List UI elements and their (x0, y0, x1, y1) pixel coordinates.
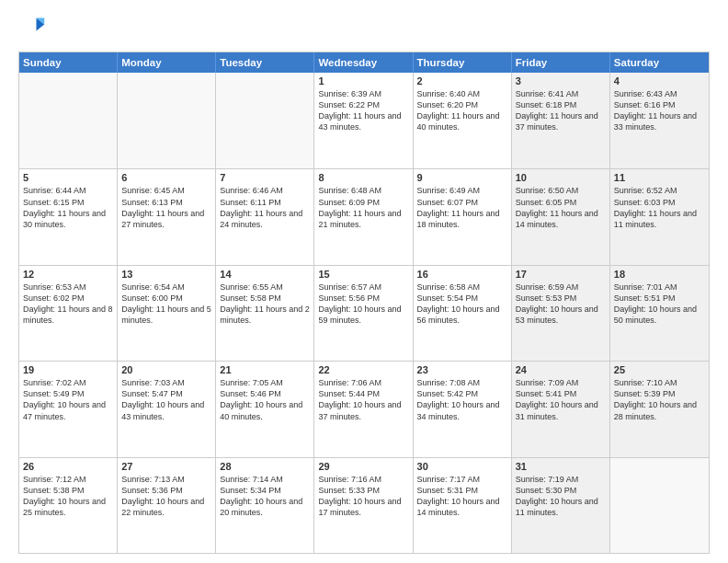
cell-info: Sunrise: 7:14 AM Sunset: 5:34 PM Dayligh… (220, 474, 310, 519)
calendar-cell: 31Sunrise: 7:19 AM Sunset: 5:30 PM Dayli… (512, 458, 610, 553)
day-number: 10 (516, 172, 606, 183)
cell-info: Sunrise: 7:01 AM Sunset: 5:51 PM Dayligh… (614, 282, 705, 327)
cell-info: Sunrise: 6:43 AM Sunset: 6:16 PM Dayligh… (614, 88, 705, 133)
cell-info: Sunrise: 7:10 AM Sunset: 5:39 PM Dayligh… (614, 377, 705, 422)
calendar-cell: 26Sunrise: 7:12 AM Sunset: 5:38 PM Dayli… (19, 458, 118, 553)
day-number: 2 (417, 75, 507, 86)
cell-info: Sunrise: 6:52 AM Sunset: 6:03 PM Dayligh… (614, 185, 705, 230)
cell-info: Sunrise: 7:17 AM Sunset: 5:31 PM Dayligh… (417, 474, 507, 519)
logo (18, 15, 48, 44)
cell-info: Sunrise: 6:39 AM Sunset: 6:22 PM Dayligh… (318, 88, 408, 133)
weekday-header: Monday (118, 52, 216, 73)
day-number: 9 (417, 172, 507, 183)
cell-info: Sunrise: 6:57 AM Sunset: 5:56 PM Dayligh… (318, 282, 408, 327)
day-number: 22 (318, 364, 408, 375)
day-number: 6 (121, 172, 211, 183)
weekday-header: Saturday (610, 52, 709, 73)
cell-info: Sunrise: 6:46 AM Sunset: 6:11 PM Dayligh… (220, 185, 310, 230)
day-number: 1 (318, 75, 408, 86)
cell-info: Sunrise: 7:08 AM Sunset: 5:42 PM Dayligh… (417, 377, 507, 422)
calendar-row: 19Sunrise: 7:02 AM Sunset: 5:49 PM Dayli… (19, 361, 709, 456)
calendar-cell: 1Sunrise: 6:39 AM Sunset: 6:22 PM Daylig… (314, 73, 413, 168)
day-number: 18 (614, 269, 705, 280)
calendar-cell (118, 73, 216, 168)
day-number: 25 (614, 364, 705, 375)
cell-info: Sunrise: 7:09 AM Sunset: 5:41 PM Dayligh… (516, 377, 606, 422)
cell-info: Sunrise: 6:40 AM Sunset: 6:20 PM Dayligh… (417, 88, 507, 133)
cell-info: Sunrise: 7:02 AM Sunset: 5:49 PM Dayligh… (23, 377, 113, 422)
day-number: 4 (614, 75, 705, 86)
day-number: 13 (121, 269, 211, 280)
calendar-cell: 30Sunrise: 7:17 AM Sunset: 5:31 PM Dayli… (414, 458, 512, 553)
calendar-cell: 3Sunrise: 6:41 AM Sunset: 6:18 PM Daylig… (512, 73, 610, 168)
weekday-header: Thursday (414, 52, 512, 73)
calendar-row: 5Sunrise: 6:44 AM Sunset: 6:15 PM Daylig… (19, 168, 709, 264)
calendar-header: SundayMondayTuesdayWednesdayThursdayFrid… (19, 52, 709, 73)
day-number: 14 (220, 269, 310, 280)
calendar-cell: 21Sunrise: 7:05 AM Sunset: 5:46 PM Dayli… (216, 362, 314, 456)
calendar-page: SundayMondayTuesdayWednesdayThursdayFrid… (0, 0, 728, 563)
calendar: SundayMondayTuesdayWednesdayThursdayFrid… (18, 52, 710, 554)
day-number: 7 (220, 172, 310, 183)
calendar-cell: 5Sunrise: 6:44 AM Sunset: 6:15 PM Daylig… (19, 169, 118, 264)
calendar-cell: 25Sunrise: 7:10 AM Sunset: 5:39 PM Dayli… (610, 362, 709, 456)
calendar-row: 12Sunrise: 6:53 AM Sunset: 6:02 PM Dayli… (19, 265, 709, 361)
weekday-header: Friday (512, 52, 610, 73)
day-number: 5 (23, 172, 113, 183)
calendar-cell: 15Sunrise: 6:57 AM Sunset: 5:56 PM Dayli… (314, 266, 413, 361)
calendar-cell: 12Sunrise: 6:53 AM Sunset: 6:02 PM Dayli… (19, 266, 118, 361)
calendar-row: 1Sunrise: 6:39 AM Sunset: 6:22 PM Daylig… (19, 73, 709, 168)
calendar-cell: 9Sunrise: 6:49 AM Sunset: 6:07 PM Daylig… (414, 169, 512, 264)
calendar-cell: 17Sunrise: 6:59 AM Sunset: 5:53 PM Dayli… (512, 266, 610, 361)
day-number: 28 (220, 461, 310, 472)
calendar-cell: 24Sunrise: 7:09 AM Sunset: 5:41 PM Dayli… (512, 362, 610, 456)
cell-info: Sunrise: 6:41 AM Sunset: 6:18 PM Dayligh… (516, 88, 606, 133)
cell-info: Sunrise: 6:49 AM Sunset: 6:07 PM Dayligh… (417, 185, 507, 230)
calendar-cell: 16Sunrise: 6:58 AM Sunset: 5:54 PM Dayli… (414, 266, 512, 361)
cell-info: Sunrise: 7:05 AM Sunset: 5:46 PM Dayligh… (220, 377, 310, 422)
calendar-row: 26Sunrise: 7:12 AM Sunset: 5:38 PM Dayli… (19, 457, 709, 553)
cell-info: Sunrise: 7:03 AM Sunset: 5:47 PM Dayligh… (121, 377, 211, 422)
calendar-cell: 14Sunrise: 6:55 AM Sunset: 5:58 PM Dayli… (216, 266, 314, 361)
cell-info: Sunrise: 6:55 AM Sunset: 5:58 PM Dayligh… (220, 282, 310, 327)
calendar-cell: 8Sunrise: 6:48 AM Sunset: 6:09 PM Daylig… (314, 169, 413, 264)
cell-info: Sunrise: 6:59 AM Sunset: 5:53 PM Dayligh… (516, 282, 606, 327)
cell-info: Sunrise: 7:12 AM Sunset: 5:38 PM Dayligh… (23, 474, 113, 519)
day-number: 19 (23, 364, 113, 375)
calendar-cell (610, 458, 709, 553)
calendar-cell: 28Sunrise: 7:14 AM Sunset: 5:34 PM Dayli… (216, 458, 314, 553)
calendar-cell: 27Sunrise: 7:13 AM Sunset: 5:36 PM Dayli… (118, 458, 216, 553)
cell-info: Sunrise: 6:54 AM Sunset: 6:00 PM Dayligh… (121, 282, 211, 327)
day-number: 30 (417, 461, 507, 472)
calendar-cell: 19Sunrise: 7:02 AM Sunset: 5:49 PM Dayli… (19, 362, 118, 456)
calendar-cell: 6Sunrise: 6:45 AM Sunset: 6:13 PM Daylig… (118, 169, 216, 264)
day-number: 24 (516, 364, 606, 375)
calendar-cell (216, 73, 314, 168)
weekday-header: Sunday (19, 52, 118, 73)
day-number: 16 (417, 269, 507, 280)
day-number: 26 (23, 461, 113, 472)
calendar-cell: 4Sunrise: 6:43 AM Sunset: 6:16 PM Daylig… (610, 73, 709, 168)
day-number: 8 (318, 172, 408, 183)
cell-info: Sunrise: 7:13 AM Sunset: 5:36 PM Dayligh… (121, 474, 211, 519)
calendar-cell: 11Sunrise: 6:52 AM Sunset: 6:03 PM Dayli… (610, 169, 709, 264)
cell-info: Sunrise: 7:19 AM Sunset: 5:30 PM Dayligh… (516, 474, 606, 519)
cell-info: Sunrise: 6:44 AM Sunset: 6:15 PM Dayligh… (23, 185, 113, 230)
day-number: 17 (516, 269, 606, 280)
day-number: 15 (318, 269, 408, 280)
weekday-header: Wednesday (314, 52, 413, 73)
calendar-cell: 23Sunrise: 7:08 AM Sunset: 5:42 PM Dayli… (414, 362, 512, 456)
day-number: 29 (318, 461, 408, 472)
calendar-cell: 2Sunrise: 6:40 AM Sunset: 6:20 PM Daylig… (414, 73, 512, 168)
day-number: 11 (614, 172, 705, 183)
calendar-cell: 10Sunrise: 6:50 AM Sunset: 6:05 PM Dayli… (512, 169, 610, 264)
header (18, 15, 710, 44)
weekday-header: Tuesday (216, 52, 314, 73)
calendar-cell: 20Sunrise: 7:03 AM Sunset: 5:47 PM Dayli… (118, 362, 216, 456)
logo-icon (20, 15, 46, 40)
calendar-cell (19, 73, 118, 168)
cell-info: Sunrise: 6:50 AM Sunset: 6:05 PM Dayligh… (516, 185, 606, 230)
cell-info: Sunrise: 6:53 AM Sunset: 6:02 PM Dayligh… (23, 282, 113, 327)
cell-info: Sunrise: 6:58 AM Sunset: 5:54 PM Dayligh… (417, 282, 507, 327)
cell-info: Sunrise: 6:48 AM Sunset: 6:09 PM Dayligh… (318, 185, 408, 230)
